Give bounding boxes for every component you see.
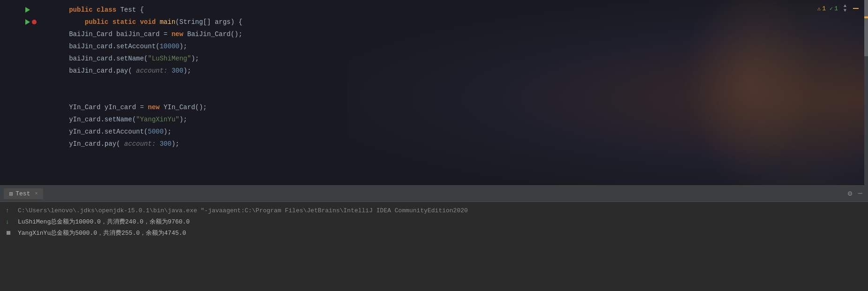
- console-text-2: LuShiMeng总金额为10000.0，共消费240.0，余额为9760.0: [18, 217, 190, 227]
- panel-tab-label: Test: [15, 190, 30, 197]
- code-text-line2: public static void main(String[] args) {: [38, 4, 242, 40]
- console-arrow-stop: ⏹: [6, 228, 13, 239]
- code-line-11: yIn_card.setAccount(5000);: [23, 126, 868, 138]
- error-stripe: [853, 8, 859, 9]
- bottom-panel: ▤ Test × ⚙ — ↑ C:\Users\lenovo\.jdks\ope…: [0, 185, 868, 291]
- warning-indicator: ⚠ 1: [817, 5, 826, 12]
- settings-icon[interactable]: ⚙: [848, 189, 853, 198]
- warning-icon: ⚠: [817, 5, 821, 12]
- run-button-line2[interactable]: [25, 19, 30, 25]
- code-editor: ⚠ 1 ✓ 1 ▲ ▼ public class Test {: [0, 0, 868, 197]
- check-indicator: ✓ 1: [830, 5, 838, 12]
- code-line-2: public static void main(String[] args) {: [23, 16, 868, 28]
- code-line-5: baiJin_card.setName("LuShiMeng");: [23, 52, 868, 65]
- console-output: ↑ C:\Users\lenovo\.jdks\openjdk-15.0.1\b…: [0, 202, 868, 243]
- run-button-line1[interactable]: [25, 7, 30, 13]
- console-line-3: ⏹ YangXinYu总金额为5000.0，共消费255.0，余额为4745.0: [6, 228, 862, 239]
- panel-tab-close[interactable]: ×: [35, 191, 38, 196]
- check-icon: ✓: [830, 5, 833, 12]
- breakpoint-line2: [32, 20, 37, 24]
- code-line-7: [23, 77, 868, 89]
- code-line-6: baiJin_card.pay( account: 300);: [23, 65, 868, 77]
- editor-indicators: ⚠ 1 ✓ 1 ▲ ▼: [817, 4, 859, 13]
- console-line-1: ↑ C:\Users\lenovo\.jdks\openjdk-15.0.1\b…: [6, 206, 862, 216]
- scrollbar-thumb[interactable]: [864, 0, 868, 56]
- minimize-icon[interactable]: —: [858, 189, 862, 198]
- scroll-warning-annotation: [864, 16, 868, 18]
- code-line-9: YIn_Card yIn_card = new YIn_Card();: [23, 101, 868, 113]
- editor-scrollbar[interactable]: [864, 0, 868, 197]
- console-text-3: YangXinYu总金额为5000.0，共消费255.0，余额为4745.0: [18, 228, 186, 239]
- panel-tab-bar: ▤ Test × ⚙ —: [0, 186, 868, 202]
- warning-count: 1: [822, 5, 826, 12]
- panel-tab-test[interactable]: ▤ Test ×: [4, 188, 43, 199]
- indicator-arrows[interactable]: ▲ ▼: [844, 4, 846, 13]
- console-arrow-down: ↓: [6, 217, 13, 227]
- code-lines-container: public class Test { public static void m…: [0, 0, 868, 154]
- check-count: 1: [834, 5, 838, 12]
- code-line-12: yIn_card.pay( account: 300);: [23, 138, 868, 150]
- panel-controls: ⚙ —: [848, 189, 862, 198]
- console-text-1: C:\Users\lenovo\.jdks\openjdk-15.0.1\bin…: [18, 206, 428, 216]
- console-line-2: ↓ LuShiMeng总金额为10000.0，共消费240.0，余额为9760.…: [6, 217, 862, 227]
- code-line-8: [23, 89, 868, 101]
- code-line-4: baiJin_card.setAccount(10000);: [23, 40, 868, 52]
- console-text-edition: Edition: [428, 206, 453, 216]
- code-line-10: yIn_card.setName("YangXinYu");: [23, 113, 868, 126]
- console-text-year: 2020: [453, 206, 468, 216]
- console-arrow-up: ↑: [6, 206, 13, 216]
